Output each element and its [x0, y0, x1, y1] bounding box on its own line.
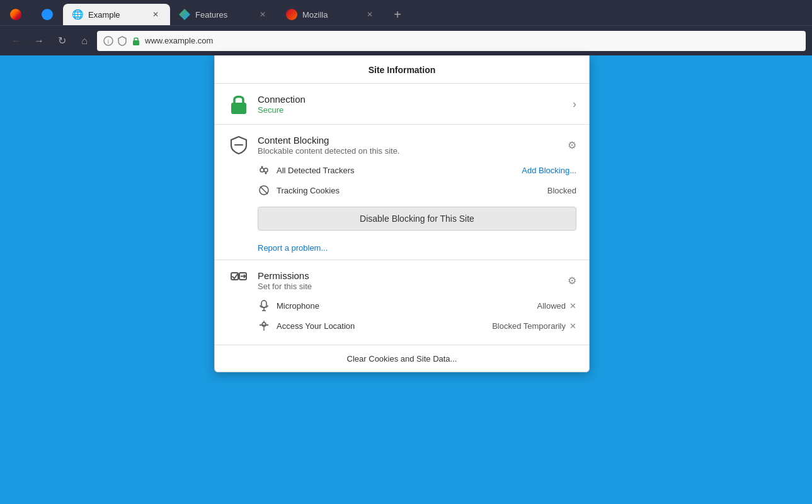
svg-point-7: [261, 166, 263, 168]
lock-icon: [131, 36, 141, 46]
content-blocking-icon: [227, 134, 250, 156]
microphone-status: Allowed: [537, 301, 566, 311]
location-icon: [258, 319, 270, 332]
new-tab-button[interactable]: +: [387, 4, 408, 25]
cookies-label: Tracking Cookies: [277, 186, 547, 195]
navbar: ← → ↻ ⌂ i: [0, 25, 812, 55]
location-status: Blocked Temporarily: [492, 321, 566, 331]
popup-footer[interactable]: Clear Cookies and Site Data...: [215, 345, 589, 372]
site-info-popup: Site Information Connection Secure ›: [214, 55, 590, 372]
globe-icon: 🌐: [72, 9, 83, 20]
chat-icon: [42, 9, 53, 20]
location-label: Access Your Location: [277, 321, 492, 331]
svg-rect-2: [133, 40, 139, 45]
microphone-close-button[interactable]: ✕: [569, 301, 576, 311]
trackers-row: All Detected Trackers Add Blocking...: [227, 160, 576, 180]
microphone-icon: [258, 299, 270, 312]
permissions-text: Permissions Set for this site: [258, 270, 560, 291]
svg-point-19: [262, 323, 266, 326]
tab-example-close[interactable]: ✕: [150, 9, 161, 20]
permissions-title: Permissions: [258, 270, 560, 281]
tab-bar: 🌐 Example ✕ Features ✕ Mozilla ✕ +: [0, 0, 812, 25]
content-blocking-section: Content Blocking Blockable content detec…: [215, 125, 589, 260]
svg-rect-3: [231, 103, 246, 114]
permissions-subtitle: Set for this site: [258, 282, 560, 291]
trackers-add-blocking-link[interactable]: Add Blocking...: [522, 166, 576, 175]
content-blocking-text: Content Blocking Blockable content detec…: [258, 135, 560, 156]
svg-point-5: [260, 168, 264, 172]
home-button[interactable]: ⌂: [74, 31, 94, 51]
svg-line-10: [260, 186, 268, 194]
cookies-row: Tracking Cookies Blocked: [227, 180, 576, 200]
content-blocking-title: Content Blocking: [258, 135, 560, 146]
forward-button[interactable]: →: [29, 31, 49, 51]
tab-features-label: Features: [195, 10, 252, 20]
url-text: www.example.com: [145, 36, 799, 45]
tab-mozilla-close[interactable]: ✕: [364, 9, 375, 20]
trackers-icon: [258, 164, 270, 176]
reload-button[interactable]: ↻: [52, 31, 72, 51]
tab-mozilla[interactable]: Mozilla ✕: [277, 4, 384, 25]
report-problem-link[interactable]: Report a problem...: [258, 243, 328, 253]
tab-example[interactable]: 🌐 Example ✕: [63, 4, 170, 25]
page-background: Site Information Connection Secure ›: [0, 55, 812, 504]
tab-example-label: Example: [88, 10, 145, 20]
disable-blocking-button[interactable]: Disable Blocking for This Site: [258, 207, 576, 231]
trackers-label: All Detected Trackers: [277, 166, 522, 175]
cookies-icon: [258, 184, 270, 197]
back-button[interactable]: ←: [6, 31, 26, 51]
content-blocking-subtitle: Blockable content detected on this site.: [258, 146, 560, 156]
connection-title: Connection: [258, 94, 565, 105]
svg-text:i: i: [108, 38, 110, 45]
location-close-button[interactable]: ✕: [569, 321, 576, 331]
connection-section: Connection Secure ›: [215, 84, 589, 125]
address-bar[interactable]: i www.example.com: [97, 31, 806, 51]
tab-mozilla-label: Mozilla: [302, 10, 359, 20]
connection-arrow[interactable]: ›: [573, 98, 576, 111]
connection-text: Connection Secure: [258, 94, 565, 115]
microphone-row: Microphone Allowed ✕: [227, 295, 576, 316]
firefox-icon: [10, 9, 21, 20]
permissions-section: Permissions Set for this site ⚙ Micropho…: [215, 260, 589, 345]
svg-rect-16: [261, 301, 266, 307]
shield-icon: [117, 36, 127, 46]
content-blocking-gear[interactable]: ⚙: [568, 139, 576, 151]
popup-title: Site Information: [369, 65, 436, 75]
tab-features[interactable]: Features ✕: [170, 4, 277, 25]
report-link-row: Report a problem...: [227, 237, 576, 256]
cookies-status: Blocked: [547, 186, 576, 195]
tab-chat[interactable]: [31, 4, 63, 25]
popup-header: Site Information: [215, 55, 589, 84]
svg-point-8: [265, 173, 267, 175]
disable-blocking-btn-row: Disable Blocking for This Site: [227, 200, 576, 237]
browser-chrome: 🌐 Example ✕ Features ✕ Mozilla ✕ + ← → ↻: [0, 0, 812, 55]
connection-lock-icon: [227, 93, 250, 115]
tab-features-close[interactable]: ✕: [257, 9, 268, 20]
connection-subtitle: Secure: [258, 105, 565, 115]
microphone-label: Microphone: [277, 301, 537, 311]
permissions-gear[interactable]: ⚙: [568, 275, 576, 287]
location-row: Access Your Location Blocked Temporarily…: [227, 316, 576, 336]
mozilla-icon: [286, 9, 297, 20]
features-icon: [179, 9, 190, 20]
clear-cookies-label: Clear Cookies and Site Data...: [347, 354, 457, 364]
info-icon: i: [103, 36, 113, 46]
svg-point-6: [264, 168, 268, 172]
tab-firefox[interactable]: [0, 4, 31, 25]
permissions-icon: [227, 269, 250, 292]
